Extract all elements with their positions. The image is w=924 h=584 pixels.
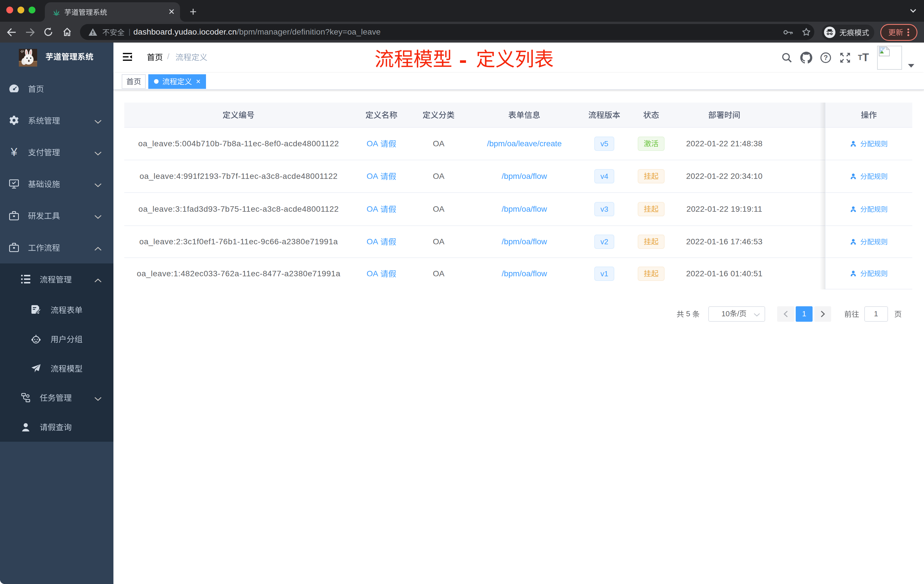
svg-text:?: ?: [824, 54, 828, 61]
